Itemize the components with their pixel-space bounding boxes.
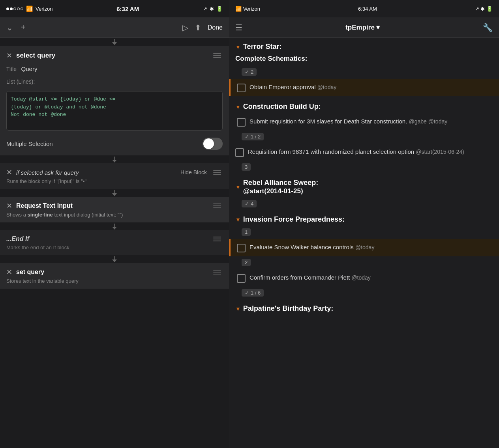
select-query-title: select query	[16, 52, 55, 60]
end-if-title: ...End If	[6, 235, 29, 243]
task-checkbox-snow-walker[interactable]	[237, 244, 246, 252]
invasion-force-header: ▼ Invasion Force Preparedness:	[229, 211, 499, 226]
right-battery-icon: 🔋	[486, 6, 493, 12]
chevron-down-icon[interactable]: ⌄	[6, 23, 13, 32]
rebel-alliance-arrow[interactable]: ▼	[235, 184, 241, 190]
toggle-row: Multiple Selection	[6, 138, 223, 150]
set-query-drag-handle[interactable]	[212, 268, 223, 276]
task-checkbox-orders[interactable]	[237, 274, 246, 283]
add-icon[interactable]: +	[21, 23, 26, 32]
connector-4	[0, 222, 229, 230]
right-wifi-icon: 📶	[235, 6, 242, 12]
bluetooth-icon: ✱	[210, 6, 214, 12]
share-icon[interactable]: ⬆	[195, 23, 201, 32]
if-title: if selected ask for query	[16, 169, 79, 176]
section-invasion-force: ▼ Invasion Force Preparedness: 1 Evaluat…	[229, 211, 499, 298]
task-obtain-emperor: Obtain Emperor approval @today	[229, 79, 499, 96]
wifi-icon: 📶	[26, 6, 33, 12]
end-if-block: ...End If Marks the end of an If block	[0, 230, 229, 255]
left-signal: 📶 Verizon	[6, 6, 53, 12]
select-query-drag-handle[interactable]	[212, 52, 223, 60]
dropdown-arrow-icon[interactable]: ▾	[376, 23, 380, 32]
gps-icon: ↗	[203, 6, 207, 12]
request-drag-handle[interactable]	[212, 202, 223, 210]
invasion-force-arrow[interactable]: ▼	[235, 217, 241, 223]
number-badge-3: 3	[242, 163, 251, 171]
connector-3	[0, 189, 229, 197]
terror-star-title: Terror Star:	[243, 43, 282, 51]
left-time: 6:32 AM	[116, 6, 139, 12]
task-checkbox-requisition[interactable]	[237, 118, 246, 127]
request-subtitle: Shows a single-line text input dialog (i…	[6, 212, 223, 218]
number-badge-2: 2	[242, 259, 251, 266]
right-status-bar: 📶 Verizon 6:34 AM ↗ ✱ 🔋	[229, 0, 499, 17]
signal-dot-1	[6, 7, 9, 10]
construction-badge: ✓ 1 / 2	[242, 133, 264, 140]
rebel-alliance-header: ▼ Rebel Alliance Sweep:@start(2014-01-25…	[229, 174, 499, 198]
wrench-icon[interactable]: 🔧	[483, 23, 493, 32]
task-checkbox-emperor[interactable]	[237, 84, 246, 92]
right-toolbar: ☰ tpEmpire ▾ 🔧	[229, 17, 499, 38]
carrier-label: Verizon	[36, 6, 53, 12]
signal-dot-3	[13, 7, 16, 10]
signal-dot-4	[17, 7, 20, 10]
terror-star-arrow[interactable]: ▼	[235, 44, 241, 50]
right-carrier-label: Verizon	[243, 6, 260, 12]
invasion-force-title: Invasion Force Preparedness:	[243, 215, 345, 224]
right-gps-icon: ↗	[475, 6, 479, 12]
right-signal: 📶 Verizon	[235, 6, 260, 12]
rebel-alliance-badge: ✓ 4	[242, 200, 257, 207]
close-if-icon[interactable]: ✕	[6, 168, 12, 177]
query-textarea[interactable]: Today @start <= {today} or @due <= {toda…	[6, 91, 223, 131]
request-text-input-block: ✕ Request Text Input Shows a single-line…	[0, 197, 229, 222]
if-subtitle: Runs the block only if "[Input]" is "▪️"	[6, 178, 223, 184]
terror-star-sub-title: Complete Schematics:	[229, 53, 499, 66]
request-title: Request Text Input	[16, 202, 73, 209]
if-drag-handle[interactable]	[212, 168, 223, 176]
task-text-form: Requisition form 98371 with randomized p…	[248, 147, 493, 156]
terror-star-badge: ✓ 2	[242, 68, 257, 76]
task-submit-requisition: Submit requisition for 3M slaves for Dea…	[229, 113, 499, 131]
connector-top	[0, 38, 229, 46]
task-list[interactable]: ▼ Terror Star: Complete Schematics: ✓ 2 …	[229, 38, 499, 448]
end-if-drag-handle[interactable]	[212, 235, 223, 243]
list-label: List (Lines):	[6, 78, 223, 85]
rebel-alliance-title: Rebel Alliance Sweep:@start(2014-01-25)	[243, 179, 318, 195]
section-terror-star: ▼ Terror Star: Complete Schematics: ✓ 2 …	[229, 38, 499, 96]
left-status-right: ↗ ✱ 🔋	[203, 6, 223, 12]
palpatines-title: Palpatine's Birthday Party:	[243, 304, 333, 313]
battery-icon: 🔋	[216, 6, 223, 12]
close-select-query-icon[interactable]: ✕	[6, 51, 12, 60]
close-set-query-icon[interactable]: ✕	[6, 268, 12, 276]
menu-icon[interactable]: ☰	[235, 23, 242, 32]
app-title: tpEmpire	[345, 24, 375, 32]
task-requisition-form: Requisition form 98371 with randomized p…	[229, 144, 499, 161]
close-request-icon[interactable]: ✕	[6, 202, 12, 210]
right-status-right: ↗ ✱ 🔋	[475, 6, 493, 12]
palpatines-arrow[interactable]: ▼	[235, 306, 241, 312]
invasion-force-badge: ✓ 1 / 6	[242, 289, 264, 297]
connector-2	[0, 155, 229, 163]
construction-arrow[interactable]: ▼	[235, 104, 241, 110]
left-status-bar: 📶 Verizon 6:32 AM ↗ ✱ 🔋	[0, 0, 229, 17]
if-block: ✕ if selected ask for query Hide Block R…	[0, 163, 229, 189]
hide-block-button[interactable]: Hide Block	[180, 169, 207, 175]
toggle-knob	[203, 138, 214, 149]
done-button[interactable]: Done	[208, 24, 223, 31]
section-rebel-alliance: ▼ Rebel Alliance Sweep:@start(2014-01-25…	[229, 174, 499, 209]
task-evaluate-snow-walker: Evaluate Snow Walker balance controls @t…	[229, 239, 499, 256]
title-field-row: Title Query	[6, 65, 223, 74]
play-icon[interactable]: ▷	[182, 23, 188, 32]
invasion-number-badge: 1	[242, 228, 251, 236]
list-field-row: List (Lines):	[6, 78, 223, 86]
task-text-snow-walker: Evaluate Snow Walker balance controls @t…	[250, 243, 493, 252]
signal-dot-5	[21, 7, 23, 10]
task-checkbox-form[interactable]	[235, 148, 244, 157]
multiple-selection-label: Multiple Selection	[6, 140, 53, 147]
left-panel: 📶 Verizon 6:32 AM ↗ ✱ 🔋 ⌄ + ▷ ⬆ Done	[0, 0, 229, 448]
multiple-selection-toggle[interactable]	[203, 138, 223, 150]
set-query-subtitle: Stores text in the variable query	[6, 278, 223, 284]
construction-header: ▼ Construction Build Up:	[229, 98, 499, 113]
palpatines-header: ▼ Palpatine's Birthday Party:	[229, 300, 499, 315]
set-query-block: ✕ set query Stores text in the variable …	[0, 263, 229, 289]
